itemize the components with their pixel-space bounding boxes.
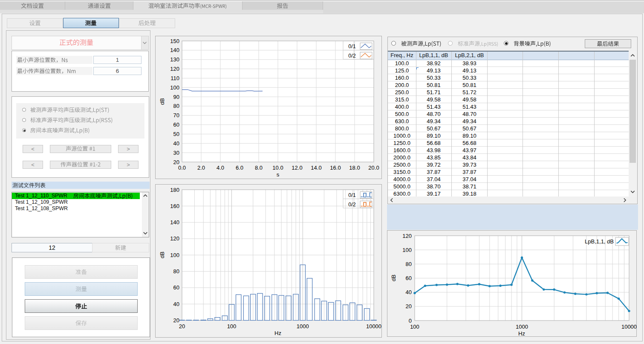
svg-text:20: 20: [406, 303, 412, 309]
svg-text:20: 20: [179, 323, 185, 330]
svg-text:8.0: 8.0: [255, 165, 263, 171]
svg-text:20.0: 20.0: [368, 165, 379, 171]
svg-text:12.0: 12.0: [292, 165, 302, 171]
svg-text:110: 110: [170, 75, 179, 81]
svg-text:10000: 10000: [366, 323, 381, 330]
svg-text:40: 40: [173, 301, 179, 307]
svg-text:40: 40: [406, 289, 412, 295]
svg-text:0: 0: [409, 318, 412, 324]
svg-text:10000: 10000: [621, 324, 637, 330]
svg-text:0.0: 0.0: [178, 165, 186, 171]
svg-text:80: 80: [173, 103, 179, 109]
svg-text:80: 80: [406, 261, 412, 267]
svg-text:120: 120: [402, 233, 412, 239]
svg-text:180: 180: [170, 187, 179, 193]
svg-text:120: 120: [170, 235, 179, 242]
svg-text:100: 100: [227, 323, 237, 330]
svg-text:60: 60: [406, 275, 412, 281]
svg-text:6.0: 6.0: [236, 165, 243, 171]
svg-text:0/2: 0/2: [348, 202, 355, 208]
svg-text:14.0: 14.0: [311, 165, 321, 171]
svg-text:s: s: [277, 171, 280, 178]
svg-text:140: 140: [170, 219, 179, 225]
svg-text:60: 60: [173, 121, 179, 128]
svg-text:18.0: 18.0: [349, 165, 360, 171]
svg-text:dB: dB: [159, 98, 165, 105]
svg-text:Hz: Hz: [274, 330, 281, 336]
svg-text:Hz: Hz: [518, 330, 525, 337]
svg-text:120: 120: [170, 66, 179, 72]
svg-text:LpB,1,1, dB: LpB,1,1, dB: [585, 238, 614, 245]
svg-text:0/2: 0/2: [348, 53, 355, 59]
svg-text:60: 60: [173, 284, 179, 291]
svg-text:1000: 1000: [516, 324, 528, 330]
svg-text:40: 40: [173, 140, 179, 147]
svg-text:140: 140: [170, 47, 179, 53]
svg-text:2.0: 2.0: [197, 165, 205, 171]
svg-text:90: 90: [173, 94, 179, 100]
svg-text:80: 80: [173, 268, 179, 275]
svg-text:0/1: 0/1: [348, 192, 355, 198]
svg-text:1000: 1000: [297, 323, 309, 330]
svg-text:4.0: 4.0: [217, 165, 224, 171]
svg-text:50: 50: [173, 131, 179, 137]
svg-text:150: 150: [170, 38, 179, 44]
svg-text:100: 100: [402, 247, 412, 253]
svg-text:16.0: 16.0: [330, 165, 341, 171]
svg-text:dB: dB: [390, 275, 397, 281]
svg-text:100: 100: [170, 252, 179, 258]
svg-text:70: 70: [173, 112, 179, 119]
svg-text:30: 30: [173, 150, 179, 156]
svg-text:100: 100: [410, 324, 419, 330]
svg-text:dB: dB: [159, 251, 165, 258]
svg-text:0/1: 0/1: [348, 43, 355, 49]
svg-text:160: 160: [170, 203, 179, 209]
svg-text:10.0: 10.0: [272, 165, 283, 171]
svg-text:100: 100: [170, 84, 179, 91]
svg-text:130: 130: [170, 56, 179, 63]
